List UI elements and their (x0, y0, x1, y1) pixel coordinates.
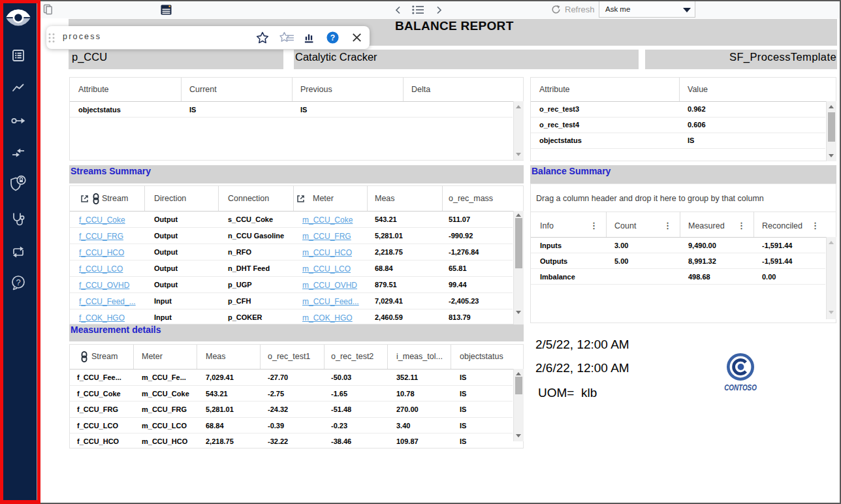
svg-text:?: ? (16, 277, 20, 287)
svg-text:?: ? (330, 33, 335, 42)
svg-text:CONTOSO: CONTOSO (724, 383, 757, 392)
